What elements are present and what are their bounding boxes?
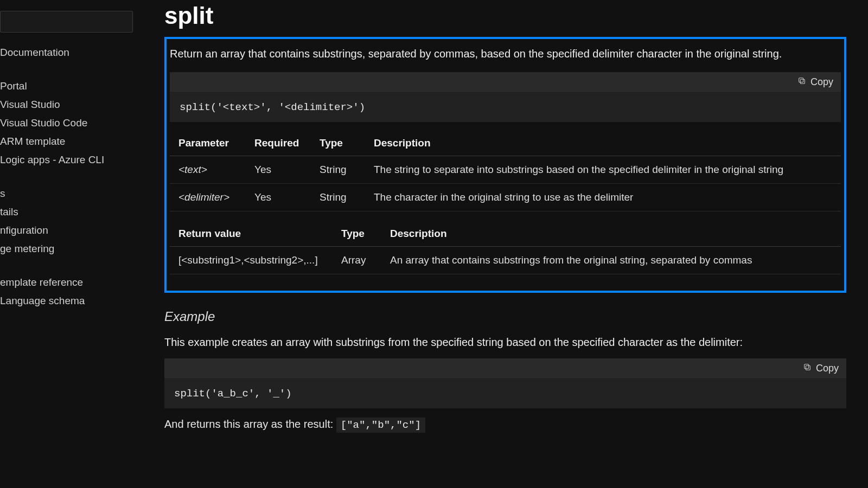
param-name: <text> [170, 156, 246, 184]
highlighted-section: Return an array that contains substrings… [164, 37, 846, 293]
sidebar-item[interactable]: ge metering [0, 240, 138, 258]
return-table: Return value Type Description [<substrin… [170, 222, 841, 274]
col-parameter: Parameter [170, 132, 246, 156]
lead-description: Return an array that contains substrings… [170, 46, 841, 62]
syntax-code: split('<text>', '<delimiter>') [170, 93, 841, 122]
col-required: Required [246, 132, 311, 156]
syntax-code-block: Copy split('<text>', '<delimiter>') [170, 72, 841, 122]
sidebar-item-logic-apps-cli[interactable]: Logic apps - Azure CLI [0, 151, 138, 169]
col-description: Description [365, 132, 841, 156]
col-type: Type [311, 132, 365, 156]
copy-label: Copy [816, 363, 839, 374]
copy-icon [803, 363, 812, 374]
svg-rect-1 [799, 78, 803, 82]
sidebar-item[interactable]: tails [0, 203, 138, 221]
sidebar: Documentation Portal Visual Studio Visua… [0, 0, 138, 488]
example-code-block: Copy split('a_b_c', '_') [164, 358, 846, 408]
nav-group: Portal Visual Studio Visual Studio Code … [0, 77, 138, 169]
col-description: Description [381, 222, 841, 247]
param-required: Yes [246, 184, 311, 211]
param-desc: The string to separate into substrings b… [365, 156, 841, 184]
example-result: And returns this array as the result: ["… [164, 418, 846, 431]
page-title: split [164, 2, 846, 29]
return-type: Array [333, 247, 381, 274]
copy-button[interactable]: Copy [797, 76, 833, 88]
main-content: split Return an array that contains subs… [138, 0, 868, 488]
param-type: String [311, 184, 365, 211]
sidebar-item-documentation[interactable]: Documentation [0, 43, 138, 62]
example-text: This example creates an array with subst… [164, 334, 846, 351]
sidebar-item[interactable]: s [0, 184, 138, 203]
sidebar-item-portal[interactable]: Portal [0, 77, 138, 95]
sidebar-item-arm-template[interactable]: ARM template [0, 132, 138, 151]
param-desc: The character in the original string to … [365, 184, 841, 211]
col-return-value: Return value [170, 222, 333, 247]
sidebar-item-language-schema[interactable]: Language schema [0, 292, 138, 310]
param-type: String [311, 156, 365, 184]
param-name: <delimiter> [170, 184, 246, 211]
sidebar-item-template-reference[interactable]: emplate reference [0, 273, 138, 292]
sidebar-item-visual-studio-code[interactable]: Visual Studio Code [0, 114, 138, 132]
table-row: [<substring1>,<substring2>,...] Array An… [170, 247, 841, 274]
table-header-row: Parameter Required Type Description [170, 132, 841, 156]
sidebar-item[interactable]: nfiguration [0, 221, 138, 240]
svg-rect-3 [805, 364, 809, 369]
param-required: Yes [246, 156, 311, 184]
copy-button[interactable]: Copy [803, 363, 839, 374]
result-prefix: And returns this array as the result: [164, 418, 336, 430]
result-code: ["a","b","c"] [336, 418, 425, 433]
parameter-table: Parameter Required Type Description <tex… [170, 132, 841, 211]
table-header-row: Return value Type Description [170, 222, 841, 247]
nav-group: s tails nfiguration ge metering [0, 184, 138, 258]
svg-rect-2 [806, 365, 810, 370]
example-code: split('a_b_c', '_') [164, 379, 846, 408]
table-row: <text> Yes String The string to separate… [170, 156, 841, 184]
search-input[interactable] [0, 11, 133, 33]
nav-group: emplate reference Language schema [0, 273, 138, 310]
code-toolbar: Copy [170, 72, 841, 93]
nav-group: Documentation [0, 43, 138, 62]
copy-label: Copy [810, 76, 833, 88]
svg-rect-0 [800, 79, 805, 84]
sidebar-item-visual-studio[interactable]: Visual Studio [0, 95, 138, 114]
return-value: [<substring1>,<substring2>,...] [170, 247, 333, 274]
copy-icon [797, 76, 806, 88]
table-row: <delimiter> Yes String The character in … [170, 184, 841, 211]
code-toolbar: Copy [164, 358, 846, 379]
return-desc: An array that contains substrings from t… [381, 247, 841, 274]
example-heading: Example [164, 309, 846, 324]
col-type: Type [333, 222, 381, 247]
